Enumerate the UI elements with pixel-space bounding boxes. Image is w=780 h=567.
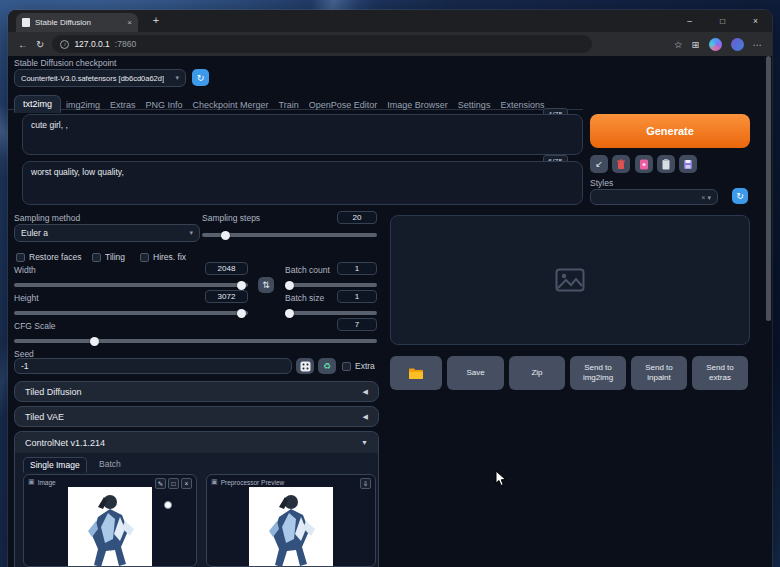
browser-tab[interactable]: Stable Diffusion ×: [16, 13, 138, 32]
open-folder-button[interactable]: [390, 356, 442, 390]
remove-image-icon[interactable]: ×: [181, 478, 192, 489]
accordion-tiled-diffusion[interactable]: Tiled Diffusion ◀: [14, 381, 379, 402]
checkbox-box[interactable]: [16, 253, 25, 262]
address-bar[interactable]: i 127.0.0.1:7860: [52, 35, 592, 53]
accordion-tiled-vae[interactable]: Tiled VAE ◀: [14, 406, 379, 427]
negative-prompt-input[interactable]: worst quality, low quality,: [22, 161, 583, 205]
tab-png-info[interactable]: PNG Info: [141, 97, 188, 113]
batch-count-slider[interactable]: [285, 283, 377, 287]
generate-button[interactable]: Generate: [590, 114, 750, 148]
paste-params-button[interactable]: ↙: [590, 155, 608, 173]
slider-handle[interactable]: [285, 309, 294, 318]
checkbox-box[interactable]: [342, 362, 351, 371]
tab-settings[interactable]: Settings: [453, 97, 496, 113]
send-to-img2img-button[interactable]: Send to img2img: [570, 356, 626, 390]
profile-avatar[interactable]: [731, 38, 744, 51]
controlnet-tab-batch[interactable]: Batch: [93, 457, 127, 471]
tiling-checkbox[interactable]: Tiling: [92, 252, 125, 262]
chevron-down-icon: ▼: [361, 439, 368, 446]
slider-handle[interactable]: [90, 337, 99, 346]
clear-styles-icon[interactable]: ×: [701, 194, 705, 201]
save-style-button[interactable]: [679, 155, 697, 173]
download-preview-icon[interactable]: ⇩: [360, 478, 371, 489]
back-icon[interactable]: ←: [18, 39, 28, 50]
tab-img2img[interactable]: img2img: [61, 97, 105, 113]
slider-handle[interactable]: [285, 281, 294, 290]
width-slider[interactable]: [14, 283, 248, 287]
width-value[interactable]: 2048: [205, 262, 248, 275]
sampling-method-dropdown[interactable]: Euler a ▾: [14, 224, 200, 242]
checkbox-box[interactable]: [92, 253, 101, 262]
controlnet-input-image[interactable]: [68, 487, 152, 567]
send-to-extras-button[interactable]: Send to extras: [692, 356, 748, 390]
image-slider-handle[interactable]: [164, 501, 172, 509]
desktop: Stable Diffusion × + – □ × ← ↻ i 127.0.0…: [0, 0, 780, 567]
tab-openpose-editor[interactable]: OpenPose Editor: [304, 97, 383, 113]
apply-style-button[interactable]: [657, 155, 675, 173]
tab-image-browser[interactable]: Image Browser: [382, 97, 453, 113]
random-seed-button[interactable]: [296, 358, 314, 374]
reuse-seed-button[interactable]: ♻: [318, 358, 336, 374]
collections-icon[interactable]: ⊞: [692, 39, 700, 50]
controlnet-image-upload[interactable]: ▣ Image ✎ □ ×: [23, 474, 197, 567]
swap-dimensions-button[interactable]: ⇅: [258, 277, 274, 293]
minimize-button[interactable]: –: [673, 10, 706, 32]
extra-seed-checkbox[interactable]: Extra: [342, 361, 375, 371]
fullscreen-image-icon[interactable]: □: [168, 478, 179, 489]
height-value[interactable]: 3072: [205, 290, 248, 303]
favorites-icon[interactable]: ☆: [674, 39, 683, 50]
controlnet-tab-single-image[interactable]: Single Image: [23, 457, 87, 473]
new-tab-button[interactable]: +: [148, 14, 164, 26]
chevron-down-icon: ▾: [175, 74, 179, 82]
maximize-button[interactable]: □: [706, 10, 739, 32]
accordion-controlnet[interactable]: ControlNet v1.1.214 ▼: [15, 432, 378, 453]
seed-input[interactable]: [14, 358, 292, 374]
batch-count-value[interactable]: 1: [337, 262, 377, 275]
cfg-scale-value[interactable]: 7: [337, 318, 377, 331]
batch-size-label: Batch size: [285, 293, 324, 303]
image-placeholder-icon: [555, 268, 585, 292]
slider-handle[interactable]: [237, 309, 246, 318]
site-info-icon[interactable]: i: [60, 40, 69, 49]
hires-fix-checkbox[interactable]: Hires. fix: [140, 252, 186, 262]
tab-close-icon[interactable]: ×: [127, 18, 132, 27]
zip-button[interactable]: Zip: [509, 356, 565, 390]
refresh-styles-button[interactable]: ↻: [732, 188, 748, 204]
close-button[interactable]: ×: [739, 10, 772, 32]
image-panel-chip: ▣ Image: [28, 478, 56, 486]
sampling-steps-slider[interactable]: [202, 233, 377, 237]
tab-extras[interactable]: Extras: [105, 97, 141, 113]
tab-extensions[interactable]: Extensions: [495, 97, 549, 113]
checkpoint-dropdown[interactable]: Counterfeit-V3.0.safetensors [db6cd0a62d…: [14, 69, 186, 87]
height-slider[interactable]: [14, 311, 248, 315]
tab-txt2img[interactable]: txt2img: [14, 95, 61, 113]
chevron-left-icon: ◀: [363, 388, 368, 396]
checkbox-box[interactable]: [140, 253, 149, 262]
tab-checkpoint-merger[interactable]: Checkpoint Merger: [188, 97, 274, 113]
extra-networks-button[interactable]: [635, 155, 653, 173]
send-to-inpaint-button[interactable]: Send to inpaint: [631, 356, 687, 390]
slider-handle[interactable]: [237, 281, 246, 290]
batch-size-value[interactable]: 1: [337, 290, 377, 303]
preview-panel-label: Preprocessor Preview: [221, 479, 285, 486]
tab-train[interactable]: Train: [274, 97, 304, 113]
nav-tabs: txt2img img2img Extras PNG Info Checkpoi…: [14, 95, 549, 113]
slider-handle[interactable]: [221, 231, 230, 240]
save-button[interactable]: Save: [447, 356, 504, 390]
clear-prompt-button[interactable]: [612, 155, 630, 173]
cfg-scale-slider[interactable]: [14, 339, 377, 343]
restore-faces-checkbox[interactable]: Restore faces: [16, 252, 81, 262]
styles-dropdown[interactable]: × ▾: [590, 189, 718, 205]
page-scrollbar[interactable]: [766, 56, 771, 567]
copilot-icon[interactable]: [709, 38, 722, 51]
batch-size-slider[interactable]: [285, 311, 377, 315]
sampling-steps-value[interactable]: 20: [337, 211, 377, 224]
prompt-input[interactable]: cute girl, ,: [22, 114, 583, 155]
sampling-steps-label: Sampling steps: [202, 213, 260, 223]
edit-image-icon[interactable]: ✎: [155, 478, 166, 489]
more-menu-icon[interactable]: ⋯: [753, 39, 763, 50]
refresh-icon[interactable]: ↻: [36, 39, 44, 50]
extra-seed-label: Extra: [355, 361, 375, 371]
refresh-checkpoint-button[interactable]: ↻: [192, 69, 209, 86]
scrollbar-thumb[interactable]: [766, 56, 771, 321]
